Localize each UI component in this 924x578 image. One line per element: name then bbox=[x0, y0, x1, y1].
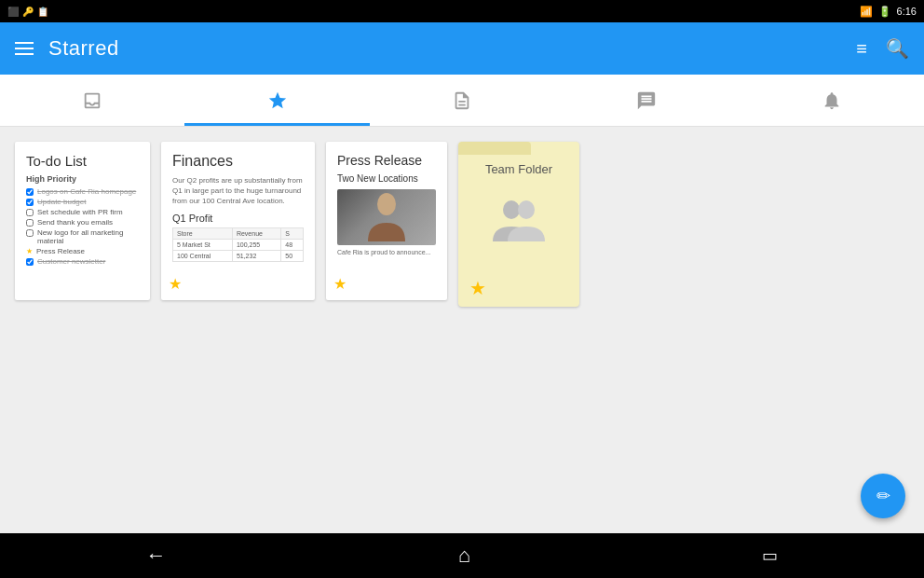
status-bar-right: 📶 🔋 6:16 bbox=[860, 6, 917, 18]
nav-bar: ← ⌂ ▭ bbox=[0, 533, 924, 578]
main-content: To-do List High Priority Logos on Cafe R… bbox=[0, 127, 924, 533]
search-button[interactable]: 🔍 bbox=[886, 37, 909, 60]
press-description: Cafe Ria is proud to announce... bbox=[337, 249, 436, 255]
s-1: 48 bbox=[281, 239, 304, 250]
store-2: 100 Central bbox=[173, 250, 233, 261]
todo-starred-item: ★ Press Release bbox=[26, 247, 139, 255]
finances-subtitle: Q1 Profit bbox=[172, 213, 304, 224]
tab-inbox[interactable] bbox=[0, 75, 184, 126]
tab-chat[interactable] bbox=[554, 75, 739, 126]
tab-notifications[interactable] bbox=[740, 75, 924, 126]
battery-icon: 🔋 bbox=[878, 6, 891, 18]
edit-icon: ✏ bbox=[876, 486, 890, 506]
svg-point-2 bbox=[518, 200, 535, 219]
folder-body: Team Folder bbox=[458, 155, 579, 269]
todo-priority: High Priority bbox=[26, 174, 139, 184]
press-subtitle: Two New Locations bbox=[337, 173, 436, 184]
finances-star-icon: ★ bbox=[169, 275, 182, 293]
col-store: Store bbox=[173, 227, 233, 239]
svg-point-1 bbox=[503, 200, 520, 219]
todo-item-2: Update budget bbox=[26, 198, 139, 206]
table-row: 5 Market St 100,255 48 bbox=[173, 239, 304, 250]
status-bar: ⬛ 🔑 📋 📶 🔋 6:16 bbox=[0, 0, 924, 22]
press-star-icon: ★ bbox=[333, 275, 346, 293]
menu-button[interactable] bbox=[15, 42, 34, 55]
svg-point-0 bbox=[377, 193, 396, 215]
revenue-1: 100,255 bbox=[232, 239, 280, 250]
revenue-2: 51,232 bbox=[232, 250, 280, 261]
todo-item-1: Logos on Cafe Ria homepage bbox=[26, 187, 139, 196]
store-1: 5 Market St bbox=[173, 239, 233, 250]
team-folder-card[interactable]: Team Folder ★ bbox=[458, 142, 579, 307]
col-revenue: Revenue bbox=[232, 227, 280, 239]
app-icon-1: ⬛ bbox=[7, 7, 19, 17]
todo-item-last: Customer newsletter bbox=[26, 257, 139, 266]
press-release-card[interactable]: Press Release Two New Locations Cafe Ria… bbox=[326, 142, 447, 300]
app-bar-left: Starred bbox=[15, 36, 119, 61]
app-bar-actions: ≡ 🔍 bbox=[856, 37, 909, 60]
app-icon-2: 🔑 bbox=[22, 7, 34, 17]
recent-apps-button[interactable]: ▭ bbox=[762, 545, 778, 566]
page-title: Starred bbox=[48, 36, 119, 61]
app-bar: Starred ≡ 🔍 bbox=[0, 22, 924, 75]
folder-title: Team Folder bbox=[469, 162, 568, 176]
finances-description: Our Q2 profits are up substantially from… bbox=[172, 175, 304, 207]
folder-icon-area bbox=[469, 184, 568, 258]
todo-item-4: Send thank you emails bbox=[26, 218, 139, 227]
todo-item-5: New logo for all marketing material bbox=[26, 228, 139, 245]
finances-title: Finances bbox=[172, 153, 304, 170]
time-display: 6:16 bbox=[897, 6, 917, 17]
list-view-button[interactable]: ≡ bbox=[856, 38, 867, 60]
todo-item-3: Set schedule with PR firm bbox=[26, 208, 139, 216]
press-title: Press Release bbox=[337, 153, 436, 168]
finances-table: Store Revenue S 5 Market St 100,255 48 1… bbox=[172, 227, 304, 262]
star-icon: ★ bbox=[26, 247, 33, 255]
table-row: 100 Central 51,232 50 bbox=[173, 250, 304, 261]
s-2: 50 bbox=[281, 250, 304, 261]
folder-star-icon: ★ bbox=[458, 269, 579, 307]
fab-button[interactable]: ✏ bbox=[861, 474, 905, 518]
todo-title: To-do List bbox=[26, 153, 139, 169]
col-s: S bbox=[281, 227, 304, 239]
todo-card[interactable]: To-do List High Priority Logos on Cafe R… bbox=[15, 142, 150, 300]
tab-documents[interactable] bbox=[370, 75, 554, 126]
status-bar-left: ⬛ 🔑 📋 bbox=[7, 7, 48, 17]
folder-tab bbox=[458, 142, 531, 155]
back-button[interactable]: ← bbox=[146, 544, 167, 568]
tab-bar bbox=[0, 75, 924, 127]
home-button[interactable]: ⌂ bbox=[458, 544, 470, 568]
tab-starred[interactable] bbox=[184, 75, 369, 126]
app-icon-3: 📋 bbox=[37, 7, 48, 17]
wifi-icon: 📶 bbox=[860, 6, 873, 18]
finances-card[interactable]: Finances Our Q2 profits are up substanti… bbox=[161, 142, 315, 300]
press-image bbox=[337, 189, 436, 245]
